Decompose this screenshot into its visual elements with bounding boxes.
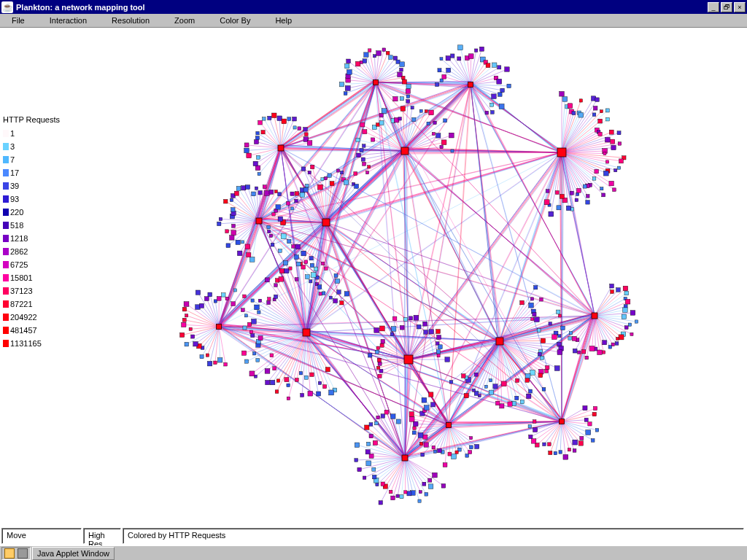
leaf-node[interactable] — [525, 373, 530, 378]
leaf-node[interactable] — [365, 450, 370, 454]
leaf-node[interactable] — [475, 49, 478, 52]
leaf-node[interactable] — [368, 49, 371, 52]
leaf-node[interactable] — [507, 84, 511, 88]
leaf-node[interactable] — [373, 475, 376, 478]
leaf-node[interactable] — [630, 332, 633, 335]
leaf-node[interactable] — [475, 444, 479, 448]
leaf-node[interactable] — [322, 292, 325, 295]
leaf-node[interactable] — [396, 419, 400, 424]
leaf-node[interactable] — [562, 97, 568, 102]
leaf-node[interactable] — [323, 385, 327, 389]
leaf-node[interactable] — [241, 241, 244, 244]
leaf-node[interactable] — [558, 335, 561, 338]
leaf-node[interactable] — [470, 437, 473, 440]
leaf-node[interactable] — [258, 336, 263, 341]
leaf-node[interactable] — [391, 496, 395, 500]
leaf-node[interactable] — [605, 109, 609, 112]
leaf-node[interactable] — [304, 133, 308, 136]
leaf-node[interactable] — [560, 194, 564, 198]
leaf-node[interactable] — [375, 350, 379, 354]
leaf-node[interactable] — [308, 391, 313, 396]
leaf-node[interactable] — [243, 295, 246, 298]
leaf-node[interactable] — [354, 172, 357, 176]
leaf-node[interactable] — [491, 111, 495, 114]
leaf-node[interactable] — [268, 298, 271, 300]
leaf-node[interactable] — [393, 96, 398, 101]
leaf-node[interactable] — [457, 57, 461, 61]
leaf-node[interactable] — [244, 359, 248, 363]
leaf-node[interactable] — [531, 439, 536, 444]
leaf-node[interactable] — [373, 55, 376, 58]
hub-node[interactable] — [592, 313, 597, 319]
leaf-node[interactable] — [419, 491, 422, 494]
leaf-node[interactable] — [308, 171, 311, 174]
leaf-node[interactable] — [549, 322, 551, 325]
leaf-node[interactable] — [366, 461, 371, 466]
hub-node[interactable] — [557, 148, 566, 157]
leaf-node[interactable] — [274, 295, 278, 298]
leaf-node[interactable] — [424, 443, 428, 447]
leaf-node[interactable] — [362, 144, 365, 147]
leaf-node[interactable] — [578, 351, 581, 354]
leaf-node[interactable] — [588, 422, 592, 426]
leaf-node[interactable] — [498, 66, 501, 69]
leaf-node[interactable] — [268, 116, 271, 120]
leaf-node[interactable] — [379, 121, 384, 125]
leaf-node[interactable] — [402, 79, 406, 84]
minimize-button[interactable]: _ — [708, 2, 719, 12]
leaf-node[interactable] — [617, 166, 620, 169]
leaf-node[interactable] — [380, 343, 384, 347]
leaf-node[interactable] — [296, 262, 301, 266]
leaf-node[interactable] — [485, 111, 489, 114]
leaf-node[interactable] — [265, 368, 270, 373]
leaf-node[interactable] — [337, 290, 341, 294]
leaf-node[interactable] — [290, 207, 293, 210]
leaf-node[interactable] — [605, 160, 608, 163]
leaf-node[interactable] — [258, 120, 263, 125]
leaf-node[interactable] — [547, 443, 551, 446]
leaf-node[interactable] — [603, 171, 608, 176]
leaf-node[interactable] — [309, 256, 313, 260]
leaf-node[interactable] — [368, 353, 372, 357]
leaf-node[interactable] — [449, 133, 454, 138]
leaf-node[interactable] — [623, 286, 628, 291]
leaf-node[interactable] — [237, 251, 242, 256]
leaf-node[interactable] — [279, 268, 285, 273]
leaf-node[interactable] — [263, 185, 266, 189]
leaf-node[interactable] — [570, 191, 573, 195]
leaf-node[interactable] — [217, 222, 221, 225]
leaf-node[interactable] — [270, 380, 274, 384]
leaf-node[interactable] — [367, 442, 371, 446]
leaf-node[interactable] — [440, 58, 443, 61]
tray-folder-icon[interactable] — [4, 548, 15, 559]
leaf-node[interactable] — [563, 454, 568, 459]
leaf-node[interactable] — [424, 330, 428, 335]
leaf-node[interactable] — [573, 349, 577, 353]
leaf-node[interactable] — [462, 374, 466, 378]
leaf-node[interactable] — [573, 448, 576, 452]
leaf-node[interactable] — [374, 328, 379, 333]
leaf-node[interactable] — [381, 414, 384, 418]
leaf-node[interactable] — [581, 350, 585, 354]
hub-node[interactable] — [322, 219, 330, 226]
leaf-node[interactable] — [191, 335, 195, 338]
leaf-node[interactable] — [540, 356, 543, 359]
leaf-node[interactable] — [357, 153, 361, 158]
leaf-node[interactable] — [247, 322, 251, 326]
leaf-node[interactable] — [557, 342, 562, 346]
leaf-node[interactable] — [389, 490, 392, 494]
leaf-node[interactable] — [252, 319, 257, 324]
leaf-node[interactable] — [321, 178, 324, 181]
leaf-node[interactable] — [182, 322, 186, 327]
leaf-node[interactable] — [364, 52, 368, 57]
leaf-node[interactable] — [616, 288, 621, 292]
leaf-node[interactable] — [378, 374, 382, 378]
leaf-node[interactable] — [231, 302, 236, 306]
leaf-node[interactable] — [586, 195, 589, 198]
leaf-node[interactable] — [578, 112, 584, 117]
leaf-node[interactable] — [226, 244, 231, 248]
leaf-node[interactable] — [258, 311, 260, 314]
leaf-node[interactable] — [355, 459, 358, 462]
leaf-node[interactable] — [468, 54, 473, 59]
leaf-node[interactable] — [625, 299, 630, 304]
